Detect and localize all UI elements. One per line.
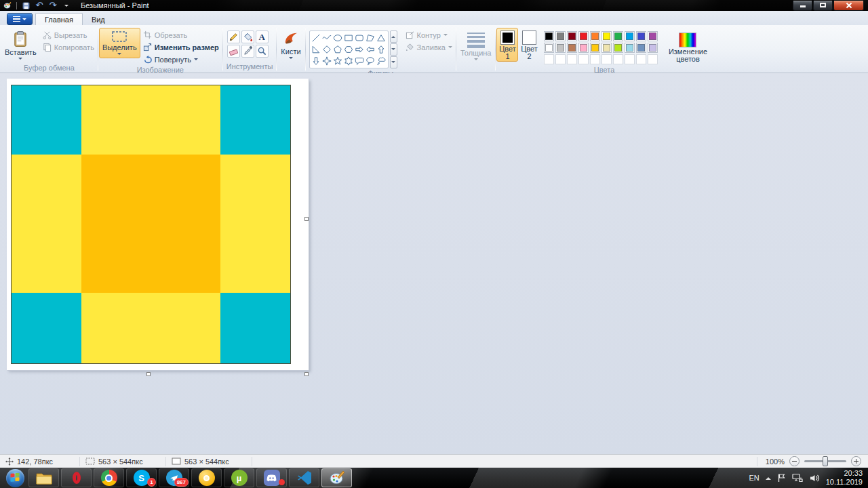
- qat-customize-button[interactable]: [62, 1, 71, 10]
- shape-arrow-up-button[interactable]: [376, 44, 387, 55]
- redo-icon[interactable]: ↷: [48, 1, 58, 10]
- network-icon[interactable]: [792, 473, 804, 483]
- shapes-more-button[interactable]: [390, 56, 397, 68]
- canvas-resize-handle-right[interactable]: [304, 217, 309, 221]
- taskbar-vscode-button[interactable]: [289, 468, 319, 487]
- cut-button[interactable]: Вырезать: [40, 29, 97, 41]
- shape-arrow-left-button[interactable]: [366, 44, 376, 55]
- clock[interactable]: 20:33 10.11.2019: [826, 469, 863, 487]
- close-button[interactable]: [833, 1, 864, 11]
- shape-arrow-right-button[interactable]: [355, 44, 365, 55]
- outline-button[interactable]: Контур: [403, 29, 455, 41]
- copy-button[interactable]: Копировать: [40, 41, 97, 53]
- minimize-button[interactable]: [793, 1, 812, 11]
- palette-swatch[interactable]: [555, 31, 566, 41]
- fill-tool-button[interactable]: [241, 30, 254, 43]
- tab-view[interactable]: Вид: [83, 14, 114, 25]
- taskbar-skype-button[interactable]: S1: [126, 468, 157, 487]
- palette-swatch[interactable]: [567, 31, 577, 41]
- shape-pentagon-button[interactable]: [333, 44, 343, 55]
- canvas-resize-handle-bottom[interactable]: [146, 372, 151, 376]
- taskbar-discord-button[interactable]: [256, 468, 287, 487]
- palette-swatch[interactable]: [578, 43, 589, 53]
- shape-callout-rounded-button[interactable]: [355, 56, 365, 66]
- shape-star-5-button[interactable]: [333, 56, 343, 66]
- zoom-in-button[interactable]: [851, 456, 861, 466]
- paste-button[interactable]: Вставить: [1, 28, 40, 63]
- palette-swatch[interactable]: [567, 43, 577, 53]
- palette-swatch[interactable]: [613, 43, 623, 53]
- shape-triangle-button[interactable]: [376, 33, 387, 43]
- brushes-button[interactable]: Кисти: [277, 28, 304, 62]
- save-icon[interactable]: [21, 1, 31, 10]
- palette-swatch[interactable]: [578, 31, 589, 41]
- shape-right-triangle-button[interactable]: [311, 44, 321, 55]
- palette-swatch[interactable]: [544, 31, 554, 41]
- color-picker-tool-button[interactable]: [241, 45, 254, 58]
- palette-swatch[interactable]: [636, 43, 646, 53]
- undo-icon[interactable]: ↶: [35, 1, 44, 10]
- shape-hexagon-button[interactable]: [344, 44, 354, 55]
- shape-line-button[interactable]: [311, 33, 321, 43]
- taskbar-chrome-button[interactable]: [94, 468, 124, 487]
- select-button[interactable]: Выделить: [99, 28, 140, 58]
- shape-diamond-button[interactable]: [322, 44, 332, 55]
- canvas-resize-handle-corner[interactable]: [304, 372, 309, 376]
- shape-oval-button[interactable]: [333, 33, 343, 43]
- shape-fill-button[interactable]: Заливка: [403, 41, 455, 53]
- palette-swatch[interactable]: [590, 43, 600, 53]
- palette-swatch[interactable]: [601, 43, 612, 53]
- resize-button[interactable]: Изменить размер: [140, 41, 222, 53]
- shape-star-6-button[interactable]: [344, 56, 354, 66]
- rotate-button[interactable]: Повернуть: [140, 54, 222, 65]
- pencil-tool-button[interactable]: [227, 30, 240, 43]
- palette-swatch[interactable]: [613, 31, 623, 41]
- taskbar-opera-button[interactable]: [61, 468, 92, 487]
- shape-callout-cloud-button[interactable]: [376, 56, 387, 66]
- shape-polygon-button[interactable]: [366, 33, 376, 43]
- eraser-tool-button[interactable]: [227, 45, 240, 58]
- shapes-scroll-up-button[interactable]: [390, 30, 397, 43]
- file-menu-button[interactable]: [7, 13, 33, 25]
- canvas-page[interactable]: [7, 79, 309, 370]
- shape-rectangle-button[interactable]: [344, 33, 354, 43]
- tab-home[interactable]: Главная: [35, 13, 83, 25]
- zoom-out-button[interactable]: [789, 456, 800, 466]
- zoom-slider[interactable]: [804, 460, 846, 462]
- palette-swatch[interactable]: [648, 43, 658, 53]
- shape-callout-oval-button[interactable]: [366, 56, 376, 66]
- color1-button[interactable]: Цвет 1: [496, 28, 518, 62]
- taskbar-telegram-button[interactable]: 867: [159, 468, 189, 487]
- hidden-icons-button[interactable]: [766, 474, 771, 480]
- shape-star-4-button[interactable]: [322, 56, 332, 66]
- taskbar-utorrent-button[interactable]: µ: [224, 468, 254, 487]
- shapes-scroll-down-button[interactable]: [390, 43, 397, 56]
- palette-swatch[interactable]: [555, 43, 566, 53]
- shape-rounded-rectangle-button[interactable]: [355, 33, 365, 43]
- shape-curve-button[interactable]: [322, 33, 332, 43]
- palette-swatch[interactable]: [625, 31, 635, 41]
- palette-swatch[interactable]: [636, 31, 646, 41]
- palette-swatch[interactable]: [590, 31, 600, 41]
- magnifier-tool-button[interactable]: [256, 45, 269, 58]
- palette-swatch[interactable]: [625, 43, 635, 53]
- palette-swatch[interactable]: [544, 43, 554, 53]
- edit-colors-button[interactable]: Изменение цветов: [664, 28, 711, 64]
- color2-button[interactable]: Цвет 2: [518, 28, 540, 62]
- action-center-icon[interactable]: [777, 473, 786, 483]
- taskbar-paint-button[interactable]: [321, 468, 352, 487]
- taskbar-start-button[interactable]: [3, 468, 26, 487]
- text-tool-button[interactable]: A: [256, 30, 269, 43]
- taskbar-canary-button[interactable]: [191, 468, 222, 487]
- zoom-slider-thumb[interactable]: [823, 456, 828, 466]
- volume-icon[interactable]: [810, 474, 820, 483]
- paint-logo-icon[interactable]: [3, 1, 12, 10]
- maximize-button[interactable]: [813, 1, 833, 11]
- shape-arrow-down-button[interactable]: [311, 56, 321, 66]
- palette-swatch[interactable]: [601, 31, 612, 41]
- taskbar-explorer-button[interactable]: [28, 468, 59, 487]
- size-button[interactable]: Толщина: [457, 28, 495, 64]
- palette-swatch[interactable]: [648, 31, 658, 41]
- crop-button[interactable]: Обрезать: [140, 29, 222, 41]
- language-indicator[interactable]: EN: [749, 474, 759, 482]
